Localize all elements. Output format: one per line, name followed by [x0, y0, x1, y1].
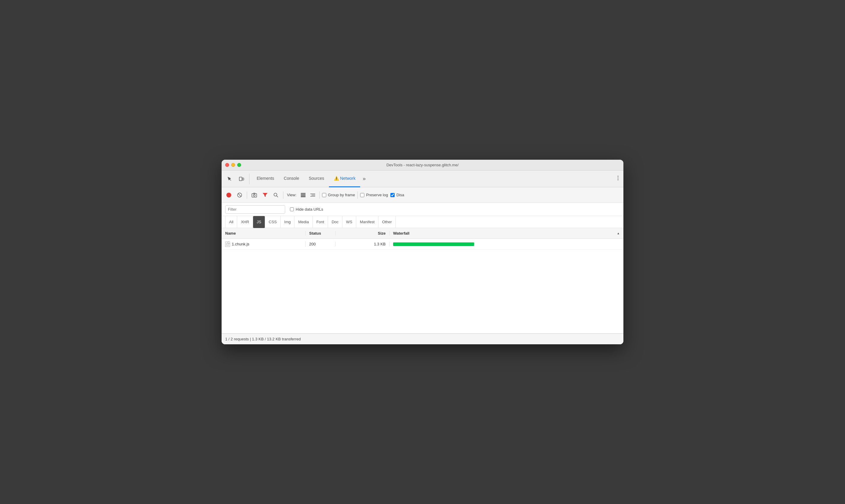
view-list-button[interactable]	[299, 191, 307, 199]
col-header-size[interactable]: Size	[336, 231, 389, 235]
tab-bar: Elements Console Sources ⚠️ Network »	[222, 170, 623, 187]
record-button[interactable]	[224, 190, 233, 200]
tab-console[interactable]: Console	[279, 170, 304, 187]
type-btn-font[interactable]: Font	[313, 216, 328, 228]
svg-point-5	[226, 193, 231, 197]
svg-rect-14	[301, 194, 305, 195]
view-label: View:	[287, 193, 297, 197]
filter-input[interactable]	[225, 205, 285, 214]
svg-rect-1	[242, 178, 244, 180]
tab-network[interactable]: ⚠️ Network	[329, 170, 360, 187]
table-header: Name Status Size Waterfall ▲	[222, 228, 623, 239]
screenshot-button[interactable]	[249, 190, 259, 200]
divider-4	[357, 192, 358, 199]
svg-rect-16	[301, 196, 305, 197]
tab-console-label: Console	[284, 176, 299, 181]
disable-cache-checkbox[interactable]	[390, 193, 394, 197]
group-by-frame-text: Group by frame	[328, 193, 355, 197]
device-icon[interactable]	[236, 174, 247, 184]
disable-cache-text: Disa	[397, 193, 404, 197]
divider-2	[283, 192, 283, 199]
waterfall-bar	[393, 242, 474, 246]
filter-bar: Hide data URLs	[222, 203, 623, 216]
type-btn-js[interactable]: JS	[253, 216, 265, 228]
row-name-cell: 1.chunk.js	[222, 241, 305, 247]
status-bar: 1 / 2 requests | 1.3 KB / 13.2 KB transf…	[222, 334, 623, 344]
tab-more-label: »	[363, 176, 366, 182]
type-btn-manifest[interactable]: Manifest	[356, 216, 379, 228]
type-btn-img[interactable]: Img	[281, 216, 295, 228]
divider-1	[247, 192, 247, 199]
svg-point-4	[618, 179, 619, 180]
col-header-name[interactable]: Name	[222, 231, 305, 235]
preserve-log-checkbox[interactable]	[360, 193, 364, 197]
cursor-icon[interactable]	[224, 174, 235, 184]
search-button[interactable]	[271, 190, 281, 200]
tab-more[interactable]: »	[360, 176, 368, 182]
type-filter-bar: All XHR JS CSS Img Media Font Doc	[222, 216, 623, 228]
empty-area	[222, 250, 623, 334]
row-status-cell: 200	[305, 242, 336, 246]
tab-elements-label: Elements	[257, 176, 274, 181]
traffic-lights	[225, 163, 241, 167]
svg-point-9	[253, 195, 255, 196]
type-btn-css[interactable]: CSS	[265, 216, 281, 228]
divider-3	[319, 192, 320, 199]
title-bar: DevTools - react-lazy-suspense.glitch.me…	[222, 160, 623, 170]
close-button[interactable]	[225, 163, 229, 167]
file-icon	[225, 241, 230, 247]
hide-data-urls-text: Hide data URLs	[296, 207, 323, 212]
maximize-button[interactable]	[237, 163, 241, 167]
svg-rect-0	[239, 177, 242, 181]
devtools-body: Elements Console Sources ⚠️ Network »	[222, 170, 623, 344]
view-group-button[interactable]	[309, 191, 317, 199]
devtools-window: DevTools - react-lazy-suspense.glitch.me…	[222, 160, 623, 344]
window-title: DevTools - react-lazy-suspense.glitch.me…	[387, 163, 459, 167]
group-by-frame-checkbox[interactable]	[322, 193, 326, 197]
type-btn-xhr[interactable]: XHR	[237, 216, 253, 228]
network-table: Name Status Size Waterfall ▲	[222, 228, 623, 334]
table-row[interactable]: 1.chunk.js 200 1.3 KB	[222, 239, 623, 250]
type-btn-ws[interactable]: WS	[342, 216, 356, 228]
svg-line-7	[238, 194, 241, 197]
tab-sources[interactable]: Sources	[304, 170, 329, 187]
tab-bar-icons	[224, 174, 249, 184]
type-btn-media[interactable]: Media	[295, 216, 313, 228]
group-by-frame-label[interactable]: Group by frame	[322, 193, 355, 197]
tab-network-warning-icon: ⚠️	[334, 176, 339, 181]
sort-triangle-icon: ▲	[617, 232, 620, 235]
type-btn-all[interactable]: All	[225, 216, 237, 228]
tab-elements[interactable]: Elements	[252, 170, 279, 187]
filter-button[interactable]	[260, 190, 270, 200]
toolbar: View: Grou	[222, 187, 623, 203]
svg-point-2	[618, 176, 619, 177]
col-header-status[interactable]: Status	[305, 231, 336, 235]
type-btn-other[interactable]: Other	[379, 216, 396, 228]
row-waterfall-cell	[389, 242, 623, 246]
hide-data-urls-checkbox[interactable]	[290, 208, 294, 211]
svg-rect-8	[252, 194, 257, 197]
preserve-log-label[interactable]: Preserve log	[360, 193, 388, 197]
row-filename: 1.chunk.js	[232, 242, 249, 246]
tab-network-label: Network	[340, 176, 355, 181]
preserve-log-text: Preserve log	[366, 193, 388, 197]
status-bar-text: 1 / 2 requests | 1.3 KB / 13.2 KB transf…	[225, 337, 301, 341]
clear-button[interactable]	[235, 190, 244, 200]
svg-rect-15	[301, 195, 305, 196]
hide-data-urls-label[interactable]: Hide data URLs	[290, 207, 323, 212]
svg-rect-13	[301, 193, 305, 194]
svg-line-12	[277, 196, 278, 197]
col-header-waterfall[interactable]: Waterfall ▲	[389, 231, 623, 235]
tab-sources-label: Sources	[309, 176, 324, 181]
disable-cache-label[interactable]: Disa	[390, 193, 404, 197]
kebab-menu-icon[interactable]	[615, 175, 621, 182]
svg-point-3	[618, 178, 619, 179]
type-btn-doc[interactable]: Doc	[328, 216, 342, 228]
minimize-button[interactable]	[231, 163, 235, 167]
row-size-cell: 1.3 KB	[336, 242, 389, 246]
